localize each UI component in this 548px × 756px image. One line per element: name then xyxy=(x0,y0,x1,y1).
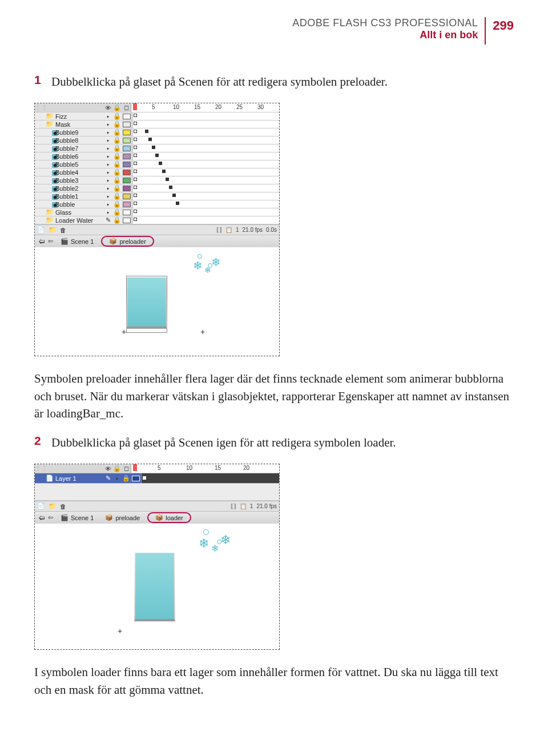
layer-row[interactable]: ◆Bubble•🔒 xyxy=(35,200,279,208)
frames-track[interactable] xyxy=(132,112,279,120)
color-swatch[interactable] xyxy=(123,178,131,183)
layer-name-label[interactable]: Bubble9 xyxy=(54,129,103,136)
keyframe-icon[interactable] xyxy=(134,186,137,189)
playhead-icon[interactable] xyxy=(133,103,137,110)
lock-icon[interactable]: 🔒 xyxy=(112,216,122,224)
delete-layer-icon[interactable]: 🗑 xyxy=(60,227,66,234)
lock-icon[interactable]: 🔒 xyxy=(112,112,122,120)
frames-track[interactable] xyxy=(132,208,279,216)
visibility-dot[interactable]: • xyxy=(103,185,112,192)
keyframe-icon[interactable] xyxy=(172,194,176,197)
layer-row[interactable]: ◆Bubble9•🔒 xyxy=(35,128,279,136)
keyframe-icon[interactable] xyxy=(134,122,137,125)
layer-row[interactable]: ◆Bubble5•🔒 xyxy=(35,160,279,168)
layer-name-label[interactable]: Bubble xyxy=(54,201,103,208)
layer-name-label[interactable]: Bubble1 xyxy=(54,193,103,200)
visibility-dot[interactable]: • xyxy=(103,129,112,136)
lock-icon[interactable]: 🔒 xyxy=(112,192,122,200)
outline-column-icon[interactable]: ◻ xyxy=(122,465,131,472)
breadcrumb-scene[interactable]: 🎬 Scene 1 xyxy=(57,236,98,247)
lock-icon[interactable]: 🔒 xyxy=(112,144,122,152)
keyframe-icon[interactable] xyxy=(134,114,137,117)
color-swatch[interactable] xyxy=(123,162,131,167)
visibility-dot[interactable]: • xyxy=(103,121,112,128)
layer-name-label[interactable]: Bubble6 xyxy=(54,153,103,160)
glass-symbol[interactable] xyxy=(126,278,167,329)
lock-icon[interactable]: 🔒 xyxy=(112,152,122,160)
visibility-dot[interactable]: • xyxy=(103,161,112,168)
visibility-dot[interactable]: • xyxy=(103,113,112,120)
visibility-dot[interactable]: • xyxy=(103,177,112,184)
layer-row[interactable]: ◆Bubble1•🔒 xyxy=(35,192,279,200)
back-icon[interactable]: ⇦ xyxy=(48,238,53,245)
layer-name-label[interactable]: Bubble3 xyxy=(54,177,103,184)
lock-icon[interactable]: 🔒 xyxy=(112,160,122,168)
keyframe-icon[interactable] xyxy=(134,154,137,157)
layer-row[interactable]: ◆Bubble6•🔒 xyxy=(35,152,279,160)
visibility-dot[interactable]: ✎ xyxy=(103,216,112,224)
breadcrumb-loader[interactable]: 📦 loader xyxy=(147,512,191,523)
visibility-dot[interactable]: • xyxy=(103,153,112,160)
frames-track[interactable] xyxy=(132,216,279,224)
frames-track[interactable] xyxy=(132,152,279,160)
keyframe-icon[interactable] xyxy=(152,146,155,149)
stage-canvas-2[interactable]: ❄ ❄ ❄ + xyxy=(35,524,279,649)
color-swatch[interactable] xyxy=(123,202,131,207)
layer-name-label[interactable]: Bubble5 xyxy=(54,161,103,168)
layer-row[interactable]: 📁Fizz•🔒 xyxy=(35,112,279,120)
color-swatch[interactable] xyxy=(132,476,140,481)
visibility-dot[interactable]: • xyxy=(103,137,112,144)
keyframe-icon[interactable] xyxy=(166,178,169,181)
visibility-dot[interactable]: • xyxy=(103,169,112,176)
layer-name-label[interactable]: Bubble7 xyxy=(54,145,103,152)
layer-row[interactable]: ◆Bubble4•🔒 xyxy=(35,168,279,176)
lock-icon[interactable]: 🔒 xyxy=(112,136,122,144)
frames-track[interactable] xyxy=(132,184,279,192)
frames-track[interactable] xyxy=(132,128,279,136)
keyframe-icon[interactable] xyxy=(159,162,162,165)
layer-row[interactable]: ◆Bubble7•🔒 xyxy=(35,144,279,152)
stage-canvas[interactable]: ❄ ❄ ❄ + + xyxy=(35,247,279,356)
color-swatch[interactable] xyxy=(123,154,131,159)
onion-icon[interactable]: ⟦⟧ xyxy=(216,227,222,233)
color-swatch[interactable] xyxy=(123,138,131,143)
breadcrumb-preloader-2[interactable]: 📦 preloade xyxy=(101,512,144,523)
layer-name-label[interactable]: Glass xyxy=(54,209,103,216)
eye-column-icon[interactable]: 👁 xyxy=(103,104,112,111)
lock-icon[interactable]: 🔒 xyxy=(112,200,122,208)
keyframe-icon[interactable] xyxy=(134,138,137,141)
color-swatch[interactable] xyxy=(123,186,131,191)
layer-row[interactable]: 📁Loader Water✎🔒 xyxy=(35,216,279,224)
layer-row[interactable]: 📁Glass•🔒 xyxy=(35,208,279,216)
lock-icon[interactable]: 🔒 xyxy=(112,176,122,184)
new-folder-icon[interactable]: 📁 xyxy=(49,226,57,234)
drag-handle-icon[interactable]: ⋮⋮ xyxy=(35,465,45,472)
lock-icon[interactable]: 🔒 xyxy=(112,208,122,216)
layer-name-label[interactable]: Bubble8 xyxy=(54,137,103,144)
back-icon[interactable]: ⇦ xyxy=(48,514,53,521)
color-swatch[interactable] xyxy=(123,210,131,215)
keyframe-icon[interactable] xyxy=(134,146,137,149)
keyframe-icon[interactable] xyxy=(134,170,137,173)
color-swatch[interactable] xyxy=(123,122,131,127)
arrow-icon[interactable]: 🢠 xyxy=(38,238,45,245)
frames-track[interactable] xyxy=(132,144,279,152)
breadcrumb-preloader[interactable]: 📦 preloader xyxy=(101,236,154,247)
keyframe-icon[interactable] xyxy=(155,154,159,157)
frame-ruler-2[interactable]: 5 10 15 20 xyxy=(131,464,279,473)
outline-column-icon[interactable]: ◻ xyxy=(122,104,131,111)
color-swatch[interactable] xyxy=(123,146,131,151)
color-swatch[interactable] xyxy=(123,170,131,175)
keyframe-icon[interactable] xyxy=(148,138,152,141)
layer-row[interactable]: 📁Mask•🔒 xyxy=(35,120,279,128)
layer-row[interactable]: ◆Bubble8•🔒 xyxy=(35,136,279,144)
new-folder-icon[interactable]: 📁 xyxy=(49,502,57,510)
layer-name-label[interactable]: Bubble4 xyxy=(54,169,103,176)
layer-name-label[interactable]: Mask xyxy=(54,121,103,128)
keyframe-icon[interactable] xyxy=(134,178,137,181)
keyframe-icon[interactable] xyxy=(134,194,137,197)
keyframe-icon[interactable] xyxy=(134,210,137,213)
frames-track[interactable] xyxy=(132,176,279,184)
keyframe-icon[interactable] xyxy=(134,130,137,133)
layer-row[interactable]: ◆Bubble2•🔒 xyxy=(35,184,279,192)
